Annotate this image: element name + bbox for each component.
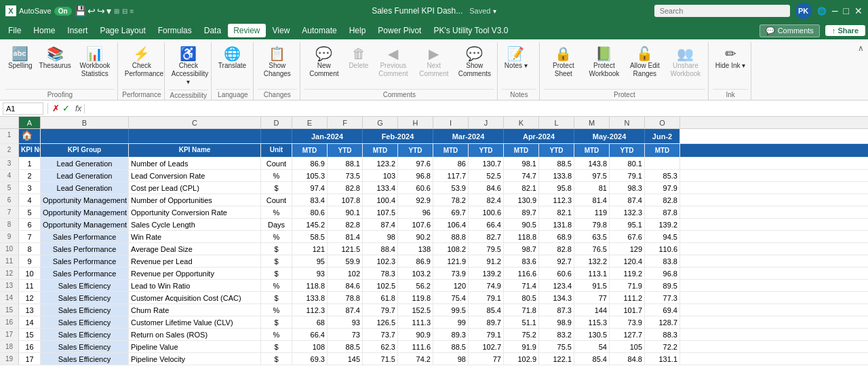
mar-2024-header[interactable]: Mar-2024 [433,129,504,143]
cell-b-row12[interactable]: Sales Performance [41,268,129,279]
row-num-8[interactable]: 8 [0,219,19,230]
cell-b-row14[interactable]: Sales Efficiency [41,292,129,303]
cell-m-row11[interactable]: 132.2 [574,255,610,267]
row-num-5[interactable]: 5 [0,182,19,194]
cell-a-row13[interactable]: 11 [19,280,41,291]
menu-help[interactable]: Help [344,24,372,37]
row-num-6[interactable]: 6 [0,194,19,206]
cell-k-row3[interactable]: 98.1 [504,158,539,169]
cell-n-row8[interactable]: 95.1 [610,219,645,230]
cell-n-row16[interactable]: 73.9 [610,316,645,328]
cell-e-row13[interactable]: 118.8 [292,280,328,291]
cell-o-row16[interactable]: 128.7 [645,316,680,328]
cell-h-row13[interactable]: 56.2 [398,280,433,291]
cell-l-row5[interactable]: 95.8 [539,182,574,194]
cell-k2[interactable]: MTD [504,144,539,157]
cell-i-row8[interactable]: 106.4 [433,219,469,230]
cell-j-row14[interactable]: 79.1 [469,292,504,303]
menu-automate[interactable]: Automate [296,24,342,37]
row-num-15[interactable]: 15 [0,304,19,316]
translate-button[interactable]: 🌐 Translate [216,45,249,72]
cell-g-row5[interactable]: 133.4 [363,182,398,194]
cell-c-row8[interactable]: Sales Cycle Length [129,219,261,230]
cell-n-row13[interactable]: 71.9 [610,280,645,291]
cell-e-row5[interactable]: 97.4 [292,182,328,194]
col-header-d[interactable]: D [261,117,292,128]
cell-k-row13[interactable]: 71.4 [504,280,539,291]
cell-l-row10[interactable]: 82.8 [539,243,574,255]
minimize-btn[interactable]: – [832,5,838,17]
cell-g-row4[interactable]: 103 [363,170,398,181]
cell-l-row6[interactable]: 112.3 [539,194,574,206]
cell-a-row16[interactable]: 14 [19,316,41,328]
cell-g-row16[interactable]: 126.5 [363,316,398,328]
cell-j-row15[interactable]: 85.4 [469,304,504,316]
cell-n-row5[interactable]: 98.3 [610,182,645,194]
cell-d2[interactable]: Unit [261,144,292,157]
cell-i-row18[interactable]: 88.5 [433,341,469,352]
cell-a-row6[interactable]: 4 [19,194,41,206]
cell-c-row18[interactable]: Pipeline Value [129,341,261,352]
cell-h2[interactable]: YTD [398,144,433,157]
view-icon[interactable]: ≡ [130,7,134,15]
cell-b-row16[interactable]: Sales Efficiency [41,316,129,328]
cell-g-row13[interactable]: 102.5 [363,280,398,291]
col-header-k[interactable]: K [504,117,539,128]
cell-n-row9[interactable]: 67.6 [610,231,645,242]
cell-o-row13[interactable]: 89.5 [645,280,680,291]
feb-2024-header[interactable]: Feb-2024 [363,129,433,143]
cell-c-row3[interactable]: Number of Leads [129,158,261,169]
jan-2024-header[interactable]: Jan-2024 [292,129,363,143]
col-header-l[interactable]: L [539,117,574,128]
cell-d-row14[interactable]: $ [261,292,292,303]
cell-h-row15[interactable]: 152.5 [398,304,433,316]
cell-h-row9[interactable]: 90.2 [398,231,433,242]
cell-m-row19[interactable]: 85.4 [574,353,610,365]
cell-f-row11[interactable]: 59.9 [328,255,363,267]
cell-j-row10[interactable]: 79.5 [469,243,504,255]
cell-m-row15[interactable]: 144 [574,304,610,316]
cell-a-row8[interactable]: 6 [19,219,41,230]
cell-a-row9[interactable]: 7 [19,231,41,242]
cell-m2[interactable]: MTD [574,144,610,157]
cell-h-row16[interactable]: 111.3 [398,316,433,328]
cell-c2[interactable]: KPI Name [129,144,261,157]
row-num-12[interactable]: 12 [0,268,19,279]
redo-icon[interactable]: ↪ [97,5,105,16]
cell-d-row7[interactable]: % [261,206,292,218]
maximize-btn[interactable]: □ [844,5,849,16]
unshare-workbook-button[interactable]: 👥 Unshare Workbook [666,45,705,80]
format-icon[interactable]: ⊟ [122,7,127,15]
row-num-13[interactable]: 13 [0,280,19,291]
cell-l-row11[interactable]: 92.7 [539,255,574,267]
cell-m-row8[interactable]: 79.8 [574,219,610,230]
cell-b-row6[interactable]: Opportunity Management [41,194,129,206]
row-num-11[interactable]: 11 [0,255,19,267]
cell-l-row9[interactable]: 68.9 [539,231,574,242]
cell-a-row3[interactable]: 1 [19,158,41,169]
cell-d-row15[interactable]: % [261,304,292,316]
col-header-o[interactable]: O [645,117,680,128]
cell-a-row10[interactable]: 8 [19,243,41,255]
cell-k-row19[interactable]: 102.9 [504,353,539,365]
cell-a-row5[interactable]: 3 [19,182,41,194]
cell-j-row12[interactable]: 139.2 [469,268,504,279]
cell-f-row4[interactable]: 73.5 [328,170,363,181]
cell-c1[interactable] [129,129,261,143]
hide-ink-button[interactable]: ✏ Hide Ink ▾ [713,45,748,72]
cell-l-row17[interactable]: 83.2 [539,329,574,340]
cell-m-row13[interactable]: 91.5 [574,280,610,291]
check-accessibility-button[interactable]: ♿ Check Accessibility ▾ [169,45,208,88]
cell-o-row10[interactable]: 110.6 [645,243,680,255]
cell-o-row11[interactable]: 83.8 [645,255,680,267]
autosave-toggle[interactable]: AutoSave On [19,7,72,16]
cell-g-row14[interactable]: 61.8 [363,292,398,303]
cell-h-row19[interactable]: 74.2 [398,353,433,365]
cell-f-row18[interactable]: 88.5 [328,341,363,352]
cell-m-row10[interactable]: 76.5 [574,243,610,255]
row-num-17[interactable]: 17 [0,329,19,340]
cell-l2[interactable]: YTD [539,144,574,157]
cell-j-row16[interactable]: 89.7 [469,316,504,328]
cell-f-row12[interactable]: 102 [328,268,363,279]
cell-i-row14[interactable]: 75.4 [433,292,469,303]
